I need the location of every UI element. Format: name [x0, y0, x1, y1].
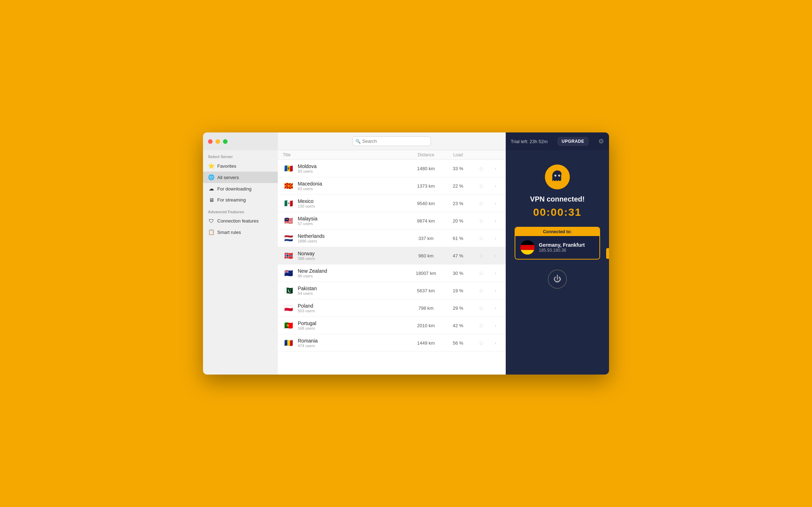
server-users: 398 users	[298, 256, 315, 261]
server-info: Romania 474 users	[298, 338, 318, 348]
star-icon: ⭐	[208, 163, 214, 169]
favorite-button[interactable]: ☆	[472, 340, 490, 346]
advanced-features-label: Advanced Features	[203, 205, 278, 215]
sidebar-item-favorites[interactable]: ⭐ Favorites	[203, 160, 278, 172]
favorite-button[interactable]: ☆	[472, 270, 490, 277]
connected-server-name: Germany, Frankfurt	[539, 242, 585, 248]
table-row[interactable]: 🇲🇾 Malaysia 57 users 9874 km 20 % ☆ ›	[278, 212, 506, 230]
connect-button[interactable]: ›	[490, 305, 501, 311]
gear-icon[interactable]: ⚙	[598, 137, 604, 145]
connect-button[interactable]: ›	[490, 270, 501, 276]
table-row[interactable]: 🇳🇿 New Zealand 86 users 18007 km 30 % ☆ …	[278, 265, 506, 282]
server-country: Portugal	[298, 320, 316, 326]
server-country: Netherlands	[298, 233, 325, 239]
server-distance: 1449 km	[408, 340, 444, 346]
server-info: Mexico 130 users	[298, 198, 315, 208]
globe-icon: 🌐	[208, 174, 214, 181]
connect-button[interactable]: ›	[490, 235, 501, 241]
header-fav	[472, 152, 490, 157]
sidebar-item-all-servers[interactable]: 🌐 All servers	[203, 172, 278, 183]
sidebar-item-smart-rules[interactable]: 📋 Smart rules	[203, 226, 278, 238]
server-info: Macedonia 63 users	[298, 181, 322, 191]
server-distance: 798 km	[408, 305, 444, 311]
table-row[interactable]: 🇲🇩 Moldova 93 users 1480 km 33 % ☆ ›	[278, 160, 506, 177]
favorite-button[interactable]: ☆	[472, 252, 490, 259]
table-header: Title Distance Load	[278, 150, 506, 160]
server-country: Norway	[298, 251, 315, 256]
connect-button[interactable]: ›	[490, 288, 501, 293]
flag-icon: 🇲🇾	[283, 215, 294, 226]
table-row[interactable]: 🇲🇰 Macedonia 63 users 1373 km 22 % ☆ ›	[278, 177, 506, 195]
svg-point-2	[555, 175, 556, 176]
favorite-button[interactable]: ☆	[472, 165, 490, 172]
server-load: 47 %	[444, 253, 472, 258]
table-row[interactable]: 🇵🇱 Poland 503 users 798 km 29 % ☆ ›	[278, 299, 506, 317]
table-row[interactable]: 🇵🇰 Pakistan 54 users 5637 km 19 % ☆ ›	[278, 282, 506, 299]
favorite-button[interactable]: ☆	[472, 287, 490, 294]
server-name-cell: 🇳🇴 Norway 398 users	[283, 250, 408, 261]
server-load: 22 %	[444, 183, 472, 189]
server-distance: 337 km	[408, 236, 444, 241]
table-row[interactable]: 🇲🇽 Mexico 130 users 9540 km 23 % ☆ ›	[278, 195, 506, 212]
search-input[interactable]	[353, 136, 431, 146]
vpn-timer: 00:00:31	[533, 206, 582, 218]
sidebar-item-label: All servers	[217, 175, 239, 180]
connect-button[interactable]: ›	[490, 323, 501, 328]
server-name-cell: 🇲🇾 Malaysia 57 users	[283, 215, 408, 226]
server-name-cell: 🇳🇱 Netherlands 1886 users	[283, 232, 408, 244]
main-content: 🔍 Title Distance Load 🇲🇩 Moldova 93 user…	[278, 132, 506, 375]
server-info: Portugal 168 users	[298, 320, 316, 330]
server-load: 19 %	[444, 288, 472, 293]
close-button[interactable]	[208, 139, 213, 144]
power-btn-wrap: ⏻	[548, 270, 567, 289]
sidebar-item-for-downloading[interactable]: ☁ For downloading	[203, 183, 278, 194]
ghost-logo	[545, 164, 570, 189]
server-country: Macedonia	[298, 181, 322, 187]
table-row[interactable]: 🇵🇹 Portugal 168 users 2010 km 42 % ☆ ›	[278, 317, 506, 334]
server-load: 42 %	[444, 323, 472, 328]
server-country: Poland	[298, 303, 315, 309]
server-name-cell: 🇲🇰 Macedonia 63 users	[283, 180, 408, 192]
favorite-button[interactable]: ☆	[472, 235, 490, 242]
server-load: 61 %	[444, 236, 472, 241]
connect-button[interactable]: ›	[490, 200, 501, 206]
server-name-cell: 🇵🇱 Poland 503 users	[283, 302, 408, 314]
flag-icon: 🇳🇿	[283, 267, 294, 279]
favorite-button[interactable]: ☆	[472, 183, 490, 189]
connect-button[interactable]: ›	[490, 218, 501, 224]
upgrade-button[interactable]: UPGRADE	[558, 137, 588, 146]
table-row[interactable]: 🇳🇱 Netherlands 1886 users 337 km 61 % ☆ …	[278, 230, 506, 247]
connect-button[interactable]: ›	[490, 253, 501, 258]
table-row[interactable]: 🇳🇴 Norway 398 users 960 km 47 % ☆ ›	[278, 247, 506, 265]
favorite-button[interactable]: ☆	[472, 305, 490, 312]
sidebar-item-for-streaming[interactable]: 🖥 For streaming	[203, 194, 278, 205]
favorite-button[interactable]: ☆	[472, 322, 490, 329]
sidebar-item-connection-features[interactable]: 🛡 Connection features	[203, 215, 278, 226]
flag-icon: 🇵🇱	[283, 302, 294, 314]
server-name-cell: 🇲🇽 Mexico 130 users	[283, 198, 408, 209]
app-window: Select Server ⭐ Favorites 🌐 All servers …	[203, 132, 609, 375]
favorite-button[interactable]: ☆	[472, 200, 490, 207]
server-distance: 9874 km	[408, 218, 444, 224]
server-country: Pakistan	[298, 286, 317, 291]
favorite-button[interactable]: ☆	[472, 218, 490, 224]
connect-button[interactable]: ›	[490, 340, 501, 346]
power-button[interactable]: ⏻	[548, 270, 567, 289]
server-name-cell: 🇵🇰 Pakistan 54 users	[283, 285, 408, 296]
server-info: Poland 503 users	[298, 303, 315, 313]
table-row[interactable]: 🇷🇴 Romania 474 users 1449 km 56 % ☆ ›	[278, 334, 506, 352]
collapse-button[interactable]: «	[606, 248, 609, 259]
connect-button[interactable]: ›	[490, 166, 501, 171]
connected-to-box: Connected to: Germany, Frankfurt 185.93.…	[515, 227, 600, 260]
server-load: 20 %	[444, 218, 472, 224]
server-users: 93 users	[298, 169, 317, 173]
maximize-button[interactable]	[223, 139, 228, 144]
sidebar-item-label: Smart rules	[217, 230, 241, 235]
rules-icon: 📋	[208, 229, 214, 235]
server-users: 86 users	[298, 274, 327, 278]
minimize-button[interactable]	[215, 139, 220, 144]
connect-button[interactable]: ›	[490, 183, 501, 189]
titlebar	[203, 132, 278, 150]
sidebar-item-label: Favorites	[217, 163, 236, 169]
server-distance: 2010 km	[408, 323, 444, 328]
